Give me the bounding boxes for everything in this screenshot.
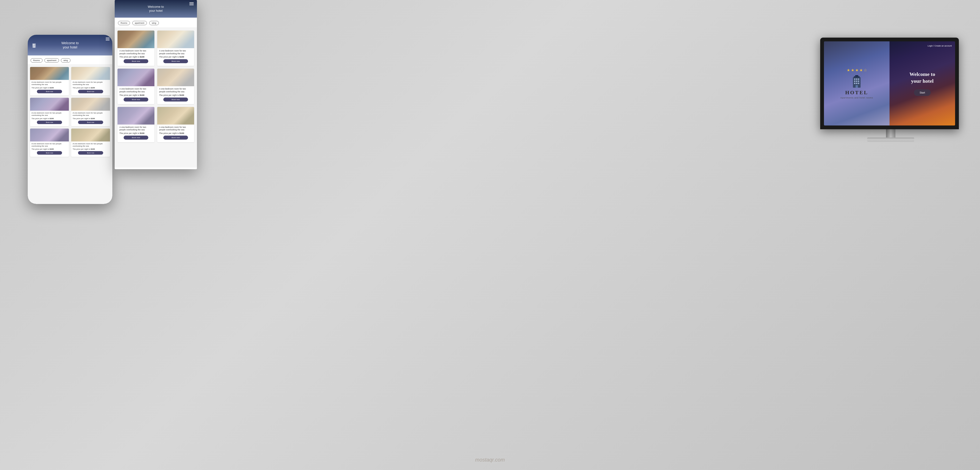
phone-room-card-3: A one-bedroom room for two people overlo… xyxy=(30,98,69,126)
tablet-book-btn-5[interactable]: Book now xyxy=(124,135,148,140)
tablet-header: Welcome to your hotel xyxy=(115,0,197,18)
room-image-3 xyxy=(30,98,69,111)
tablet-filter-apartment[interactable]: apartment xyxy=(132,21,147,25)
phone-room-card-2: A one-bedroom room for two people overlo… xyxy=(71,67,110,96)
phone-header: Welcome to your hotel xyxy=(28,35,112,56)
tablet-room-title-5: A one-bedroom room for two people overlo… xyxy=(119,126,153,131)
tablet-room-image-3 xyxy=(118,69,154,86)
hamburger-menu-icon[interactable] xyxy=(106,38,110,40)
svg-rect-5 xyxy=(33,46,35,48)
hotel-building-icon xyxy=(849,74,864,89)
phone-room-card-4: A one-bedroom room for two people overlo… xyxy=(71,98,110,126)
monitor-device: ★ ★ ★ ★ ☆ xyxy=(820,38,961,142)
room-title-1: A one-bedroom room for two people overlo… xyxy=(32,81,67,86)
tablet-room-title-4: A one-bedroom room for two people overlo… xyxy=(159,88,192,93)
phone-room-card-5: A one-bedroom room for two people overlo… xyxy=(30,129,69,157)
tablet-room-image-5 xyxy=(118,107,154,124)
svg-rect-11 xyxy=(858,78,859,80)
svg-rect-3 xyxy=(33,45,33,46)
book-now-btn-4[interactable]: Book now xyxy=(78,121,103,124)
tablet-room-price-6: The price per night is $100 xyxy=(159,132,192,134)
tablet-book-btn-4[interactable]: Book now xyxy=(163,97,188,102)
tablet-room-title-2: A one-bedroom room for two people overlo… xyxy=(159,49,192,55)
room-title-2: A one-bedroom room for two people overlo… xyxy=(73,81,108,86)
tablet-room-image-6 xyxy=(157,107,194,124)
star-5: ☆ xyxy=(864,68,867,72)
tablet-room-title-3: A one-bedroom room for two people overlo… xyxy=(119,88,153,93)
tablet-book-btn-3[interactable]: Book now xyxy=(124,97,148,102)
filter-rooms[interactable]: Rooms xyxy=(30,58,43,62)
filter-wing[interactable]: wing xyxy=(61,58,70,62)
svg-rect-12 xyxy=(854,81,856,82)
tablet-book-btn-1[interactable]: Book now xyxy=(124,59,148,63)
tablet-room-image-1 xyxy=(118,30,154,48)
svg-rect-1 xyxy=(33,44,33,45)
room-title-6: A one-bedroom room for two people overlo… xyxy=(73,143,108,148)
room-title-5: A one-bedroom room for two people overlo… xyxy=(32,143,67,148)
book-now-btn-3[interactable]: Book now xyxy=(37,121,62,124)
svg-rect-13 xyxy=(856,81,858,82)
tablet-book-btn-2[interactable]: Book now xyxy=(163,59,188,63)
svg-rect-17 xyxy=(858,83,859,84)
phone-device: Welcome to your hotel Rooms apartment wi… xyxy=(28,35,112,204)
room-price-2: The price per night is $100 xyxy=(73,87,108,89)
filter-apartment[interactable]: apartment xyxy=(45,58,59,62)
hotel-name-label: HOTEL xyxy=(845,89,868,96)
svg-rect-15 xyxy=(854,83,856,84)
room-title-3: A one-bedroom room for two people overlo… xyxy=(32,112,67,117)
svg-rect-7 xyxy=(854,76,859,78)
tablet-room-title-1: A one-bedroom room for two people overlo… xyxy=(119,49,153,55)
tablet-device: Welcome to your hotel Rooms apartment wi… xyxy=(115,0,197,169)
phone-content: A one-bedroom room for two people overlo… xyxy=(28,65,112,203)
tablet-room-card-1: A one-bedroom room for two people overlo… xyxy=(118,30,154,66)
tablet-filter-rooms[interactable]: Rooms xyxy=(118,21,130,25)
svg-rect-10 xyxy=(856,78,858,80)
monitor-right-panel: Login / Create an account Welcome to you… xyxy=(889,41,955,126)
login-link[interactable]: Login / Create an account xyxy=(928,45,952,47)
tablet-hamburger-icon[interactable] xyxy=(189,2,194,5)
start-button[interactable]: Start xyxy=(914,89,931,96)
room-image-5 xyxy=(30,129,69,142)
book-now-btn-5[interactable]: Book now xyxy=(37,151,62,155)
room-price-5: The price per night is $100 xyxy=(32,148,67,150)
star-2: ★ xyxy=(851,68,854,72)
svg-rect-16 xyxy=(856,83,858,84)
monitor-screen: ★ ★ ★ ★ ☆ xyxy=(824,41,955,126)
svg-rect-14 xyxy=(858,81,859,82)
star-3: ★ xyxy=(855,68,859,72)
tablet-filter-wing[interactable]: wing xyxy=(149,21,159,25)
svg-rect-2 xyxy=(34,44,35,45)
monitor-screen-container: ★ ★ ★ ★ ☆ xyxy=(820,38,959,129)
phone-room-card-1: A one-bedroom room for two people overlo… xyxy=(30,67,69,96)
phone-screen: Welcome to your hotel Rooms apartment wi… xyxy=(28,35,112,204)
tablet-book-btn-6[interactable]: Book now xyxy=(163,135,188,140)
tablet-room-price-4: The price per night is $100 xyxy=(159,94,192,96)
room-image-6 xyxy=(71,129,110,142)
tablet-room-price-5: The price per night is $100 xyxy=(119,132,153,134)
monitor-left-panel: ★ ★ ★ ★ ☆ xyxy=(824,41,889,126)
tablet-content: A one-bedroom room for two people overlo… xyxy=(115,28,197,167)
svg-rect-8 xyxy=(855,75,858,76)
star-1: ★ xyxy=(847,68,850,72)
hotel-subtitle-label: Apartments and hotel rooms xyxy=(840,97,873,99)
phone-room-card-6: A one-bedroom room for two people overlo… xyxy=(71,129,110,157)
room-price-4: The price per night is $100 xyxy=(73,118,108,119)
star-4: ★ xyxy=(859,68,863,72)
tablet-header-title: Welcome to your hotel xyxy=(148,5,164,13)
book-now-btn-2[interactable]: Book now xyxy=(78,90,103,93)
phone-filter-bar: Rooms apartment wing xyxy=(28,56,112,65)
room-price-3: The price per night is $100 xyxy=(32,118,67,119)
svg-rect-9 xyxy=(854,78,856,80)
monitor-neck xyxy=(886,129,896,137)
svg-rect-4 xyxy=(34,45,35,46)
book-now-btn-6[interactable]: Book now xyxy=(78,151,103,155)
tablet-room-price-1: The price per night is $100 xyxy=(119,56,153,58)
book-now-btn-1[interactable]: Book now xyxy=(37,90,62,93)
tablet-room-title-6: A one-bedroom room for two people overlo… xyxy=(159,126,192,131)
room-image-1 xyxy=(30,67,69,80)
phone-logo xyxy=(30,41,38,49)
hotel-stars: ★ ★ ★ ★ ☆ xyxy=(847,68,867,72)
tablet-room-card-6: A one-bedroom room for two people overlo… xyxy=(157,107,194,142)
phone-header-title: Welcome to your hotel xyxy=(61,41,79,49)
room-price-6: The price per night is $100 xyxy=(73,148,108,150)
